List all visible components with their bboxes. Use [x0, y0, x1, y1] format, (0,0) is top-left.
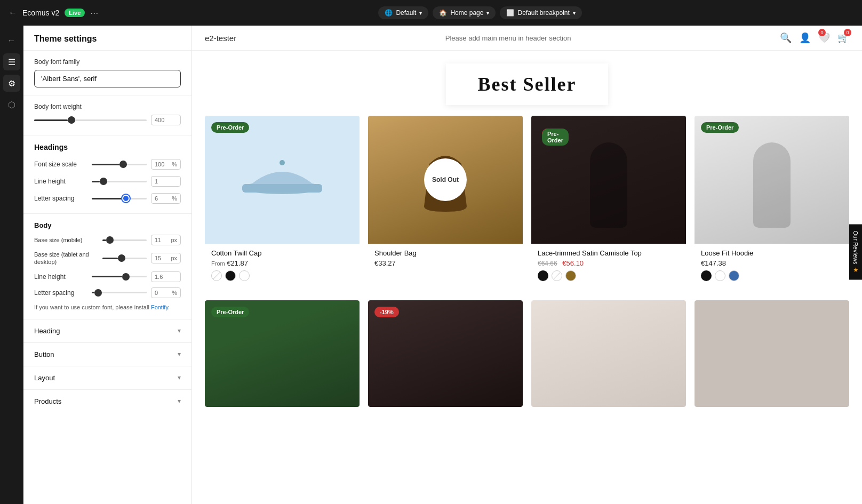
topbar-dots[interactable]: ···: [90, 7, 98, 19]
headings-letter-spacing-label: Letter spacing: [34, 195, 87, 202]
topbar-center: 🌐 Default ▾ 🏠 Home page ▾ ⬜ Default brea…: [107, 6, 853, 19]
globe-icon: 🌐: [385, 9, 393, 17]
body-font-family-input[interactable]: 'Albert Sans', serif: [34, 70, 181, 87]
headings-line-height-label: Line height: [34, 178, 87, 185]
body-letter-spacing-value[interactable]: 0 %: [151, 287, 181, 298]
swatch-black-ring[interactable]: [538, 270, 548, 281]
product-info-0: Cotton Twill Cap From €21.87: [205, 244, 360, 287]
preview-area: e2-tester Please add main menu in header…: [192, 26, 862, 504]
product-badge-0: Pre-Order: [211, 122, 249, 133]
sidebar-nav-back[interactable]: ←: [3, 32, 20, 49]
product-card-1[interactable]: Sold Out Shoulder Bag €33.27: [368, 116, 523, 287]
model-figure-2: [590, 142, 627, 228]
headings-line-height-track[interactable]: [92, 181, 147, 182]
product-image-2: -13% Pre-Order: [531, 116, 686, 244]
account-icon-wrap[interactable]: 👤: [799, 32, 811, 44]
headings-title: Headings: [34, 143, 181, 151]
wishlist-icon-wrap[interactable]: 🤍 0: [818, 32, 830, 44]
product-card-3[interactable]: Pre-Order Loose Fit Hoodie €147.38: [695, 116, 849, 287]
product-card-bottom-3[interactable]: [695, 300, 849, 407]
sidebar-nav-settings[interactable]: ⚙: [3, 75, 20, 92]
heading-collapsible[interactable]: Heading ▾: [23, 319, 191, 342]
best-seller-box: Best Seller: [446, 63, 609, 105]
fontify-link[interactable]: Fontify: [151, 304, 168, 310]
body-base-mobile-value[interactable]: 11 px: [151, 235, 181, 245]
layout-collapsible[interactable]: Layout ▾: [23, 366, 191, 389]
headings-section: Headings Font size scale 100 %: [23, 135, 191, 213]
product-card-bottom-0[interactable]: Pre-Order: [205, 300, 360, 407]
body-letter-spacing-track[interactable]: [92, 292, 147, 293]
swatch-blue-hoodie[interactable]: [729, 270, 739, 281]
body-base-tablet-label: Base size (tablet and desktop): [34, 251, 98, 266]
swatch-gold[interactable]: [565, 270, 576, 281]
chevron-products-icon: ▾: [178, 397, 181, 405]
settings-title: Theme settings: [23, 26, 191, 51]
button-collapsible[interactable]: Button ▾: [23, 342, 191, 366]
body-base-tablet-value[interactable]: 15 px: [151, 253, 181, 263]
headings-letter-spacing-track[interactable]: [92, 198, 147, 199]
headings-font-size-label: Font size scale: [34, 161, 87, 168]
body-line-height-track[interactable]: [92, 276, 147, 277]
swatch-white[interactable]: [239, 270, 250, 281]
body-base-mobile-track[interactable]: [102, 239, 147, 241]
store-nav-message: Please add main menu in header section: [445, 34, 571, 42]
reviews-label: Our Reviews: [852, 230, 859, 264]
body-line-height-row: Line height 1.6: [34, 271, 181, 282]
topbar-left: ← Ecomus v2 Live ···: [9, 7, 98, 19]
product-swatches-3: [701, 270, 843, 281]
headings-line-height-value[interactable]: 1: [151, 176, 181, 187]
swatch-slash-2[interactable]: [552, 270, 562, 281]
headings-font-size-value[interactable]: 100 %: [151, 159, 181, 170]
product-badge-3: Pre-Order: [701, 122, 739, 133]
page-selector[interactable]: 🏠 Home page ▾: [433, 6, 496, 19]
headings-font-size-track[interactable]: [92, 164, 147, 165]
swatch-black[interactable]: [225, 270, 236, 281]
breakpoint-selector[interactable]: ⬜ Default breakpoint ▾: [500, 6, 581, 19]
chevron-layout-icon: ▾: [178, 374, 181, 381]
main-layout: ← ☰ ⚙ ⬡ Theme settings Body font family …: [0, 26, 862, 504]
sidebar-nav-sections[interactable]: ☰: [3, 53, 20, 70]
cart-icon-wrap[interactable]: 🛒 0: [837, 32, 849, 44]
body-font-family-section: Body font family 'Albert Sans', serif: [23, 51, 191, 95]
reviews-sidebar[interactable]: Our Reviews ★: [849, 224, 862, 280]
default-selector[interactable]: 🌐 Default ▾: [378, 6, 428, 19]
sidebar-nav-apps[interactable]: ⬡: [3, 96, 20, 113]
body-font-weight-row: 400: [34, 115, 181, 125]
icon-bar: ← ☰ ⚙ ⬡: [0, 26, 23, 504]
body-font-weight-value[interactable]: 400: [151, 115, 181, 125]
best-seller-banner: Best Seller: [192, 63, 862, 105]
product-card-2[interactable]: -13% Pre-Order Lace-trimmed Satin Camiso…: [531, 116, 686, 287]
chevron-heading-icon: ▾: [178, 327, 181, 334]
body-section: Body Base size (mobile) 11 px: [23, 213, 191, 319]
home-icon: 🏠: [439, 9, 447, 17]
swatch-black-hoodie[interactable]: [701, 270, 712, 281]
product-card-bottom-2[interactable]: [531, 300, 686, 407]
search-icon-wrap[interactable]: 🔍: [780, 32, 792, 44]
body-line-height-value[interactable]: 1.6: [151, 271, 181, 282]
products-grid-bottom: Pre-Order -19%: [192, 300, 862, 420]
swatch-white-hoodie[interactable]: [715, 270, 725, 281]
product-card-bottom-1[interactable]: -19%: [368, 300, 523, 407]
products-grid: Pre-Order Cotton Twill Cap From €21.87: [192, 116, 862, 300]
best-seller-text: Best Seller: [478, 73, 577, 95]
swatch-slash[interactable]: [211, 270, 222, 281]
back-button[interactable]: ←: [9, 8, 17, 18]
headings-letter-spacing-value[interactable]: 6 %: [151, 193, 181, 204]
product-name-0: Cotton Twill Cap: [211, 249, 353, 257]
body-base-tablet-track[interactable]: [102, 258, 147, 259]
product-badge-bottom-0: Pre-Order: [211, 307, 249, 317]
product-price-2: €64.66 €56.10: [538, 259, 680, 267]
product-price-3: €147.38: [701, 259, 843, 267]
products-collapsible[interactable]: Products ▾: [23, 389, 191, 413]
star-icon: ★: [853, 266, 859, 274]
model-figure-3: [753, 142, 791, 228]
product-card-0[interactable]: Pre-Order Cotton Twill Cap From €21.87: [205, 116, 360, 287]
body-base-mobile-row: Base size (mobile) 11 px: [34, 235, 181, 245]
svg-point-2: [280, 160, 285, 165]
product-swatches-2: [538, 270, 680, 281]
product-price-1: €33.27: [374, 259, 516, 267]
topbar: ← Ecomus v2 Live ··· 🌐 Default ▾ 🏠 Home …: [0, 0, 862, 26]
product-swatches-0: [211, 270, 353, 281]
live-badge: Live: [65, 9, 85, 17]
body-font-weight-track[interactable]: [34, 119, 147, 121]
